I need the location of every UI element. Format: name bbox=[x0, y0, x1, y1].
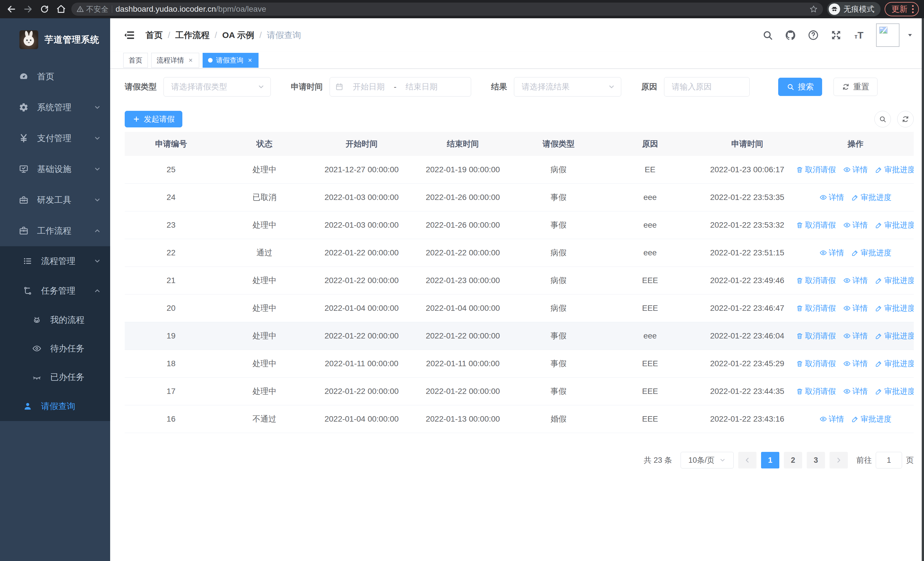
detail-link[interactable]: 详情 bbox=[843, 331, 868, 341]
detail-link[interactable]: 详情 bbox=[843, 303, 868, 313]
page-button-2[interactable]: 2 bbox=[784, 452, 802, 468]
forward-icon[interactable] bbox=[22, 3, 34, 15]
detail-link[interactable]: 详情 bbox=[843, 164, 868, 175]
fullscreen-icon[interactable] bbox=[830, 29, 842, 41]
detail-link[interactable]: 详情 bbox=[843, 275, 868, 286]
reset-button[interactable]: 重置 bbox=[834, 78, 878, 96]
plus-icon bbox=[132, 115, 140, 123]
cell-start-time: 2022-01-22 00:00:00 bbox=[312, 248, 412, 257]
cancel-leave-link[interactable]: 取消请假 bbox=[797, 331, 836, 341]
sidebar-item-system[interactable]: 系统管理 bbox=[0, 92, 110, 123]
caret-down-icon[interactable] bbox=[907, 32, 913, 38]
approval-progress-link[interactable]: 审批进度 bbox=[875, 358, 914, 369]
detail-link[interactable]: 详情 bbox=[819, 414, 844, 424]
app-logo[interactable]: 芋道管理系统 bbox=[0, 18, 110, 61]
end-date-input[interactable] bbox=[399, 82, 444, 92]
update-button[interactable]: 更新 bbox=[885, 2, 919, 16]
help-icon[interactable] bbox=[808, 29, 819, 41]
page-size-select[interactable]: 10条/页 bbox=[681, 452, 734, 468]
apply-time-range-picker[interactable]: - bbox=[330, 77, 471, 96]
page-button-1[interactable]: 1 bbox=[761, 452, 779, 468]
detail-link[interactable]: 详情 bbox=[819, 248, 844, 258]
breadcrumb-workflow[interactable]: 工作流程 bbox=[175, 29, 210, 41]
refresh-table-button[interactable] bbox=[897, 111, 914, 127]
result-select[interactable] bbox=[514, 77, 621, 96]
sidebar-item-workflow[interactable]: 工作流程 bbox=[0, 215, 110, 246]
approval-progress-link[interactable]: 审批进度 bbox=[852, 192, 891, 203]
chevron-down-icon bbox=[94, 165, 101, 173]
cancel-leave-link[interactable]: 取消请假 bbox=[797, 220, 836, 230]
cell-end-time: 2022-01-11 00:00:00 bbox=[412, 359, 514, 368]
leave-type-select-input[interactable] bbox=[164, 77, 270, 96]
home-icon[interactable] bbox=[55, 3, 68, 15]
approval-progress-link[interactable]: 审批进度 bbox=[852, 248, 891, 258]
approval-progress-link[interactable]: 审批进度 bbox=[875, 303, 914, 313]
tags-view: 首页 流程详情 × 请假查询 × bbox=[110, 52, 924, 69]
detail-link[interactable]: 详情 bbox=[843, 358, 868, 369]
create-leave-button[interactable]: 发起请假 bbox=[125, 111, 182, 127]
start-date-input[interactable] bbox=[346, 82, 392, 92]
sidebar-item-todo-tasks[interactable]: 待办任务 bbox=[0, 334, 110, 363]
approval-progress-link[interactable]: 审批进度 bbox=[875, 220, 914, 230]
sidebar-item-devtools[interactable]: 研发工具 bbox=[0, 185, 110, 215]
github-icon[interactable] bbox=[785, 29, 796, 41]
table-header: 申请编号 状态 开始时间 结束时间 请假类型 原因 申请时间 操作 bbox=[125, 132, 914, 156]
approval-progress-link[interactable]: 审批进度 bbox=[875, 386, 914, 397]
url-bar[interactable]: 不安全 dashboard.yudao.iocoder.cn/bpm/oa/le… bbox=[71, 3, 823, 16]
bookmark-star-icon[interactable] bbox=[809, 5, 818, 14]
detail-link[interactable]: 详情 bbox=[819, 192, 844, 203]
chrome-menu-icon[interactable] bbox=[912, 5, 914, 13]
approval-progress-link[interactable]: 审批进度 bbox=[875, 275, 914, 286]
sidebar-item-my-process[interactable]: 我的流程 bbox=[0, 305, 110, 334]
tab-home[interactable]: 首页 bbox=[123, 53, 148, 68]
leave-type-select[interactable] bbox=[164, 77, 271, 96]
sidebar-item-process-mgmt[interactable]: 流程管理 bbox=[0, 246, 110, 276]
cancel-leave-link[interactable]: 取消请假 bbox=[797, 164, 836, 175]
hamburger-icon[interactable] bbox=[123, 29, 136, 41]
font-size-icon[interactable]: тT bbox=[853, 29, 865, 41]
reason-input[interactable] bbox=[664, 77, 749, 96]
search-icon[interactable] bbox=[762, 29, 773, 41]
breadcrumb-oa-example[interactable]: OA 示例 bbox=[222, 29, 254, 41]
approval-progress-link[interactable]: 审批进度 bbox=[852, 414, 891, 424]
breadcrumb-home[interactable]: 首页 bbox=[146, 29, 163, 41]
detail-link[interactable]: 详情 bbox=[843, 220, 868, 230]
cancel-leave-link[interactable]: 取消请假 bbox=[797, 386, 836, 397]
avatar[interactable] bbox=[876, 23, 900, 47]
tab-process-detail[interactable]: 流程详情 × bbox=[151, 53, 199, 68]
cell-start-time: 2022-01-04 00:00:00 bbox=[312, 304, 412, 313]
reload-icon[interactable] bbox=[38, 3, 51, 15]
cell-reason: EEE bbox=[603, 415, 697, 424]
sidebar-item-pay[interactable]: 支付管理 bbox=[0, 123, 110, 154]
prev-page-button[interactable] bbox=[738, 452, 756, 468]
tab-leave-query[interactable]: 请假查询 × bbox=[202, 53, 258, 68]
hide-search-button[interactable] bbox=[874, 111, 891, 127]
sidebar-item-home[interactable]: 首页 bbox=[0, 61, 110, 92]
sidebar-item-task-mgmt[interactable]: 任务管理 bbox=[0, 276, 110, 305]
cancel-leave-link[interactable]: 取消请假 bbox=[797, 303, 836, 313]
cancel-leave-link[interactable]: 取消请假 bbox=[797, 275, 836, 286]
cancel-leave-link[interactable]: 取消请假 bbox=[797, 358, 836, 369]
goto-page-input[interactable] bbox=[876, 452, 902, 468]
detail-link[interactable]: 详情 bbox=[843, 386, 868, 397]
next-page-button[interactable] bbox=[830, 452, 848, 468]
sidebar-item-leave-query[interactable]: 请假查询 bbox=[0, 391, 110, 421]
cell-leave-type: 婚假 bbox=[514, 414, 603, 424]
approval-progress-link[interactable]: 审批进度 bbox=[875, 331, 914, 341]
sidebar-item-infra[interactable]: 基础设施 bbox=[0, 154, 110, 185]
cell-reason: EEE bbox=[603, 359, 697, 368]
not-secure-warning[interactable]: 不安全 bbox=[76, 4, 108, 14]
search-button[interactable]: 搜索 bbox=[778, 78, 822, 96]
result-select-input[interactable] bbox=[514, 77, 621, 96]
back-icon[interactable] bbox=[5, 3, 18, 15]
sidebar-item-done-tasks[interactable]: 已办任务 bbox=[0, 363, 110, 391]
close-icon[interactable]: × bbox=[188, 56, 194, 64]
close-icon[interactable]: × bbox=[247, 56, 253, 64]
page-button-3[interactable]: 3 bbox=[807, 452, 825, 468]
cell-id: 25 bbox=[125, 165, 218, 174]
approval-progress-link[interactable]: 审批进度 bbox=[875, 164, 914, 175]
col-header-start: 开始时间 bbox=[312, 138, 412, 149]
chevron-down-icon bbox=[94, 135, 101, 142]
cell-apply-time: 2022-01-22 23:44:35 bbox=[697, 387, 797, 396]
chevron-down-icon bbox=[94, 196, 101, 204]
